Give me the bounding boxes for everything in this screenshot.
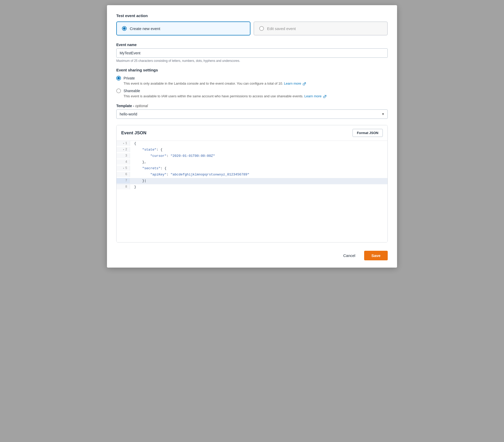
edit-saved-event-radio[interactable] bbox=[259, 26, 264, 31]
fold-arrow-2: ▾ bbox=[123, 148, 124, 151]
test-event-action-section: Test event action Create new event Edit … bbox=[116, 13, 388, 35]
json-line-6: 6 "apiKey": "abcdefghijklmnopqrstuvwxyz_… bbox=[117, 172, 387, 178]
event-name-label: Event name bbox=[116, 43, 388, 47]
svg-line-3 bbox=[325, 95, 326, 97]
json-line-4: 4 }, bbox=[117, 159, 387, 166]
line-content-6: "apiKey": "abcdefghijklmnopqrstuvwxyz_01… bbox=[130, 172, 249, 177]
line-content-2: "state": { bbox=[130, 147, 162, 152]
edit-saved-event-option[interactable]: Edit saved event bbox=[254, 21, 388, 35]
external-link-icon-2 bbox=[323, 95, 326, 98]
line-content-3: "cursor": "2020-01-01T00:00:00Z" bbox=[130, 153, 215, 159]
private-desc: This event is only available in the Lamb… bbox=[124, 82, 388, 85]
private-radio[interactable] bbox=[116, 76, 121, 80]
event-name-section: Event name Maximum of 25 characters cons… bbox=[116, 43, 388, 63]
modal-overlay: Test event action Create new event Edit … bbox=[0, 0, 504, 442]
private-option-header: Private bbox=[116, 76, 388, 80]
line-content-5: "secrets": { bbox=[130, 166, 167, 171]
test-event-action-label: Test event action bbox=[116, 13, 388, 18]
event-sharing-title: Event sharing settings bbox=[116, 68, 388, 72]
save-button[interactable]: Save bbox=[364, 251, 388, 260]
line-number-2: ▾ 2 bbox=[117, 147, 130, 152]
svg-line-1 bbox=[305, 83, 306, 84]
fold-arrow-1: ▾ bbox=[123, 142, 124, 145]
shareable-option-header: Shareable bbox=[116, 89, 388, 93]
line-number-3: 3 bbox=[117, 153, 130, 158]
template-select[interactable]: hello-world apigateway-aws-proxy apigate… bbox=[116, 109, 388, 119]
edit-saved-event-label: Edit saved event bbox=[267, 26, 296, 31]
radio-options-row: Create new event Edit saved event bbox=[116, 21, 388, 35]
cancel-button[interactable]: Cancel bbox=[338, 251, 361, 260]
line-number-8: 8 bbox=[117, 184, 130, 189]
json-line-3: 3 "cursor": "2020-01-01T00:00:00Z" bbox=[117, 153, 387, 159]
template-label: Template - optional bbox=[116, 104, 388, 108]
json-section: Event JSON Format JSON ▾ 1 { ▾ 2 bbox=[116, 125, 388, 242]
template-section: Template - optional hello-world apigatew… bbox=[116, 104, 388, 119]
line-number-1: ▾ 1 bbox=[117, 141, 130, 146]
line-number-7: 7 bbox=[117, 178, 130, 183]
line-content-4: }, bbox=[130, 159, 146, 165]
json-title: Event JSON bbox=[121, 130, 146, 136]
shareable-option: Shareable This event is available to IAM… bbox=[116, 89, 388, 98]
line-content-1: { bbox=[130, 141, 136, 146]
external-link-icon bbox=[303, 82, 306, 85]
line-number-4: 4 bbox=[117, 159, 130, 165]
json-line-2: ▾ 2 "state": { bbox=[117, 147, 387, 153]
json-line-8: 8 } bbox=[117, 184, 387, 190]
private-learn-more-link[interactable]: Learn more bbox=[284, 82, 306, 85]
json-header: Event JSON Format JSON bbox=[117, 125, 387, 141]
json-editor[interactable]: ▾ 1 { ▾ 2 "state": { 3 bbox=[117, 141, 387, 242]
line-number-6: 6 bbox=[117, 172, 130, 177]
create-new-event-option[interactable]: Create new event bbox=[116, 21, 250, 35]
shareable-label: Shareable bbox=[124, 89, 140, 93]
shareable-desc: This event is available to IAM users wit… bbox=[124, 94, 388, 98]
event-name-input[interactable] bbox=[116, 48, 388, 58]
event-name-hint: Maximum of 25 characters consisting of l… bbox=[116, 59, 388, 63]
line-content-8: } bbox=[130, 184, 136, 190]
template-select-wrapper: hello-world apigateway-aws-proxy apigate… bbox=[116, 109, 388, 119]
modal-footer: Cancel Save bbox=[116, 250, 388, 260]
create-new-event-radio[interactable] bbox=[122, 26, 127, 31]
line-content-7: }| bbox=[130, 178, 146, 183]
format-json-button[interactable]: Format JSON bbox=[352, 129, 383, 137]
modal-container: Test event action Create new event Edit … bbox=[107, 5, 397, 268]
shareable-learn-more-link[interactable]: Learn more bbox=[304, 94, 326, 98]
private-label: Private bbox=[124, 76, 135, 80]
json-empty-space bbox=[117, 190, 387, 242]
json-line-1: ▾ 1 { bbox=[117, 141, 387, 147]
shareable-radio[interactable] bbox=[116, 89, 121, 93]
fold-arrow-5: ▾ bbox=[123, 167, 124, 170]
line-number-5: ▾ 5 bbox=[117, 166, 130, 171]
private-option: Private This event is only available in … bbox=[116, 76, 388, 85]
json-line-7: 7 }| bbox=[117, 178, 387, 184]
event-sharing-section: Event sharing settings Private This even… bbox=[116, 68, 388, 98]
create-new-event-label: Create new event bbox=[130, 26, 160, 31]
json-line-5: ▾ 5 "secrets": { bbox=[117, 166, 387, 172]
